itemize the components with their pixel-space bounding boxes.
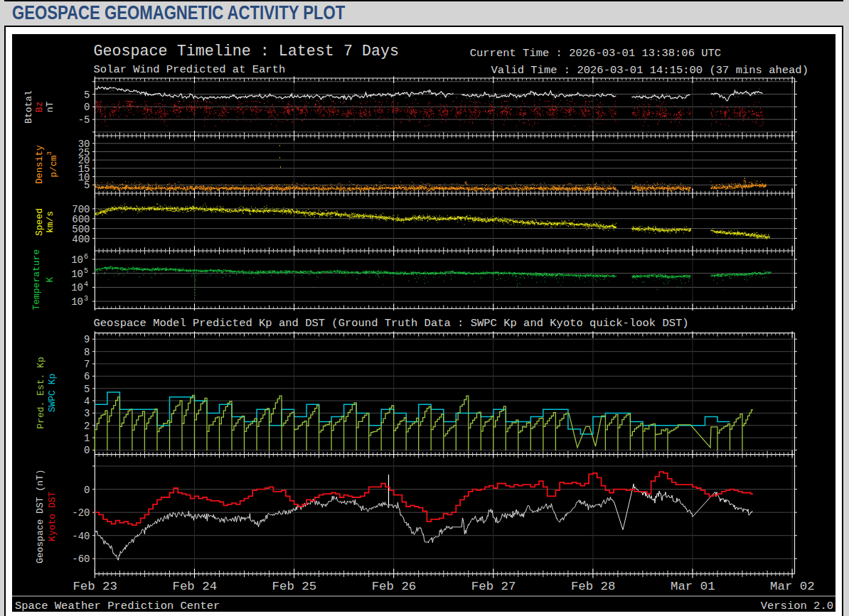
- svg-text:0: 0: [84, 102, 90, 113]
- svg-text:Feb 25: Feb 25: [272, 580, 317, 593]
- svg-text:5: 5: [84, 180, 90, 191]
- svg-text:Kyoto DST: Kyoto DST: [48, 491, 58, 541]
- svg-text:Valid Time : 2026-03-01 14:15:: Valid Time : 2026-03-01 14:15:00 (37 min…: [491, 64, 808, 77]
- svg-text:6: 6: [84, 371, 90, 382]
- svg-text:Geospace Model Predicted Kp an: Geospace Model Predicted Kp and DST (Gro…: [94, 317, 689, 330]
- svg-text:SWPC Kp: SWPC Kp: [47, 374, 58, 413]
- svg-text:Feb 28: Feb 28: [571, 580, 616, 593]
- svg-text:Solar Wind Predicted at Earth: Solar Wind Predicted at Earth: [94, 63, 286, 76]
- svg-text:Geospace Timeline : Latest 7 D: Geospace Timeline : Latest 7 Days: [94, 43, 399, 60]
- svg-text:Geospace DST (nT): Geospace DST (nT): [36, 469, 46, 563]
- svg-text:-40: -40: [72, 531, 90, 542]
- svg-text:3: 3: [84, 295, 88, 303]
- svg-text:0: 0: [84, 445, 90, 456]
- svg-text:4: 4: [84, 396, 90, 407]
- svg-text:5: 5: [84, 90, 90, 101]
- svg-text:Temperature: Temperature: [32, 249, 43, 310]
- svg-text:10: 10: [71, 269, 83, 280]
- svg-text:nT: nT: [45, 102, 55, 113]
- svg-text:Feb 26: Feb 26: [372, 580, 417, 593]
- svg-text:6: 6: [84, 253, 88, 261]
- svg-text:Feb 24: Feb 24: [172, 580, 217, 593]
- svg-text:-60: -60: [72, 553, 90, 565]
- svg-text:4: 4: [84, 281, 88, 288]
- svg-text:1: 1: [84, 433, 90, 444]
- svg-text:3: 3: [84, 408, 90, 419]
- svg-text:5: 5: [84, 267, 88, 275]
- svg-text:Pred. Est. Kp: Pred. Est. Kp: [36, 357, 46, 428]
- svg-text:Mar 02: Mar 02: [770, 580, 815, 593]
- svg-text:km/s: km/s: [45, 211, 55, 233]
- svg-text:Speed: Speed: [34, 208, 45, 236]
- svg-text:Feb 27: Feb 27: [471, 580, 516, 593]
- svg-text:Current Time : 2026-03-01 13:3: Current Time : 2026-03-01 13:38:06 UTC: [470, 47, 721, 60]
- svg-text:p/cm3: p/cm3: [46, 151, 59, 178]
- svg-text:10: 10: [71, 254, 83, 266]
- svg-text:Mar 01: Mar 01: [671, 580, 715, 593]
- svg-text:-20: -20: [72, 507, 90, 519]
- svg-text:10: 10: [71, 296, 83, 308]
- svg-text:8: 8: [84, 347, 90, 358]
- svg-text:Version 2.0: Version 2.0: [761, 600, 833, 612]
- svg-text:0: 0: [84, 485, 90, 496]
- svg-text:Density: Density: [34, 145, 45, 184]
- svg-text:10: 10: [71, 282, 83, 293]
- svg-text:7: 7: [84, 359, 90, 370]
- svg-text:5: 5: [84, 384, 90, 395]
- svg-text:400: 400: [72, 234, 90, 245]
- svg-text:2: 2: [84, 421, 90, 432]
- svg-text:-5: -5: [78, 114, 90, 126]
- svg-text:Bz: Bz: [34, 102, 45, 113]
- svg-text:Space Weather Prediction Cente: Space Weather Prediction Center: [15, 600, 220, 612]
- svg-text:Feb 23: Feb 23: [73, 580, 117, 593]
- svg-text:Btotal: Btotal: [23, 90, 34, 124]
- svg-text:K: K: [45, 277, 55, 283]
- svg-text:9: 9: [84, 334, 90, 345]
